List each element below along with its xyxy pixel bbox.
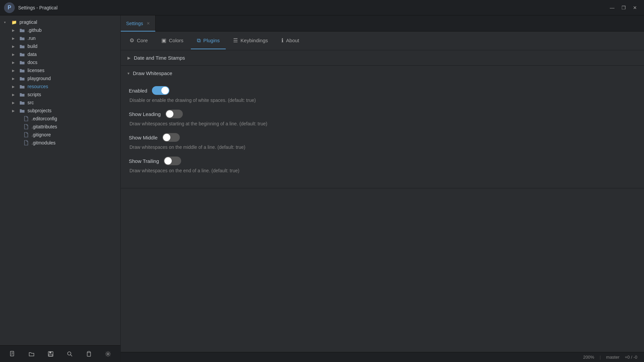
plugins-label: Plugins [203,38,220,43]
sidebar-item-label: .editorconfig [32,116,57,121]
show-trailing-toggle[interactable] [164,157,181,165]
folder-icon [19,52,25,57]
chevron-icon: ▶ [12,93,17,97]
sidebar-item-gitignore[interactable]: .gitignore [0,131,120,139]
sidebar-item-label: licenses [28,68,45,73]
folder-icon [19,68,25,73]
svg-point-11 [107,353,109,355]
chevron-icon: ▶ [12,85,17,88]
tab-about[interactable]: ℹ About [275,33,305,49]
core-label: Core [137,38,148,43]
enabled-toggle[interactable] [152,86,169,95]
chevron-icon: ▶ [12,77,17,80]
sidebar-item-resources[interactable]: ▶resources [0,82,120,90]
sidebar-item-gitattributes[interactable]: .gitattributes [0,123,120,131]
svg-rect-5 [49,352,51,353]
sidebar-item-label: .run [28,36,36,41]
tab-settings[interactable]: Settings ✕ [121,15,156,32]
sidebar-item-docs[interactable]: ▶docs [0,58,120,66]
show-trailing-label: Show Trailing [129,158,159,164]
statusbar-branch: master [606,355,620,360]
open-folder-button[interactable] [25,348,38,360]
tab-keybindings[interactable]: ☰ Keybindings [227,33,274,49]
settings-content: ▶ Date and Time Stamps ▾ Draw Whitespace… [121,50,644,352]
sidebar-item-root[interactable]: ▾ 📁 pragtical [0,18,120,26]
chevron-icon: ▶ [12,69,17,72]
sidebar-item-scripts[interactable]: ▶scripts [0,90,120,99]
chevron-icon: ▶ [12,37,17,40]
minimize-button[interactable]: — [607,3,617,13]
section-date-time-stamps: ▶ Date and Time Stamps [121,50,644,66]
tree-items-container: ▶.github▶.run▶build▶data▶docs▶licenses▶p… [0,26,120,147]
sidebar-item-label: .github [28,27,42,33]
file-icon [23,124,30,129]
save-button[interactable] [45,348,57,360]
sidebar-item-licenses[interactable]: ▶licenses [0,66,120,74]
tab-core[interactable]: ⚙ Core [123,33,154,49]
setting-show-middle: Show Middle Draw whitespaces on the midd… [129,133,636,150]
folder-icon [19,100,25,105]
sidebar-item-label: .gitmodules [32,140,56,145]
about-icon: ℹ [281,37,283,44]
show-middle-toggle[interactable] [162,133,180,142]
chevron-right-icon: ▶ [127,56,130,60]
show-leading-toggle[interactable] [165,110,183,118]
setting-enabled-label-row: Enabled [129,86,636,95]
folder-icon [19,44,25,49]
sidebar-item-playground[interactable]: ▶playground [0,74,120,82]
section-date-time-stamps-header[interactable]: ▶ Date and Time Stamps [121,50,644,65]
chevron-down-icon: ▾ [127,71,129,76]
chevron-icon: ▶ [12,101,17,105]
tab-close-icon[interactable]: ✕ [147,21,150,26]
sidebar-root-label: pragtical [19,19,37,25]
section-draw-whitespace-header[interactable]: ▾ Draw Whitespace [121,66,644,81]
close-button[interactable]: ✕ [630,3,640,13]
folder-icon [19,84,25,89]
sidebar-item-label: .gitignore [32,132,51,137]
sidebar-item-subprojects[interactable]: ▶subprojects [0,107,120,115]
about-label: About [286,38,299,43]
tab-plugins[interactable]: ⧉ Plugins [191,33,226,49]
sidebar-item-gitmodules[interactable]: .gitmodules [0,139,120,147]
folder-icon [19,27,25,33]
colors-label: Colors [169,38,183,43]
sidebar-item-label: resources [28,84,48,89]
sidebar-item-github[interactable]: ▶.github [0,26,120,34]
tab-colors[interactable]: ▣ Colors [155,33,190,49]
maximize-button[interactable]: ❐ [619,3,629,13]
sidebar-item-build[interactable]: ▶build [0,42,120,50]
plugins-icon: ⧉ [197,38,201,44]
section-draw-whitespace-label: Draw Whitespace [133,70,172,76]
svg-rect-10 [88,351,90,353]
sidebar-item-data[interactable]: ▶data [0,50,120,58]
keybindings-icon: ☰ [233,37,238,44]
folder-icon: 📁 [11,19,17,25]
statusbar-changes: +0 / -0 [625,355,637,360]
new-file-button[interactable] [6,348,18,360]
chevron-icon: ▶ [12,45,17,48]
sidebar-item-run[interactable]: ▶.run [0,34,120,42]
statusbar-zoom: 200% [583,355,594,360]
show-leading-label: Show Leading [129,111,161,117]
show-middle-label: Show Middle [129,135,158,140]
toggle-knob [164,157,172,165]
clipboard-button[interactable] [83,348,95,360]
window-controls: — ❐ ✕ [607,3,640,13]
show-trailing-desc: Draw whitespaces on the end of a line. (… [129,168,636,173]
search-button[interactable] [64,348,76,360]
svg-rect-6 [49,354,52,356]
show-middle-desc: Draw whitespaces on the middle of a line… [129,144,636,150]
keybindings-label: Keybindings [240,38,268,43]
settings-tabs: ⚙ Core ▣ Colors ⧉ Plugins ☰ Keybindings … [121,32,644,50]
titlebar: P Settings - Pragtical — ❐ ✕ [0,0,644,15]
sidebar-item-editorconfig[interactable]: .editorconfig [0,115,120,123]
folder-icon [19,60,25,65]
folder-icon [19,92,25,97]
toggle-knob [166,110,173,118]
chevron-icon: ▶ [12,53,17,56]
setting-show-trailing-label-row: Show Trailing [129,157,636,165]
folder-icon [19,108,25,113]
sidebar-item-label: data [28,52,37,57]
sidebar-item-src[interactable]: ▶src [0,99,120,107]
settings-button[interactable] [102,348,114,360]
